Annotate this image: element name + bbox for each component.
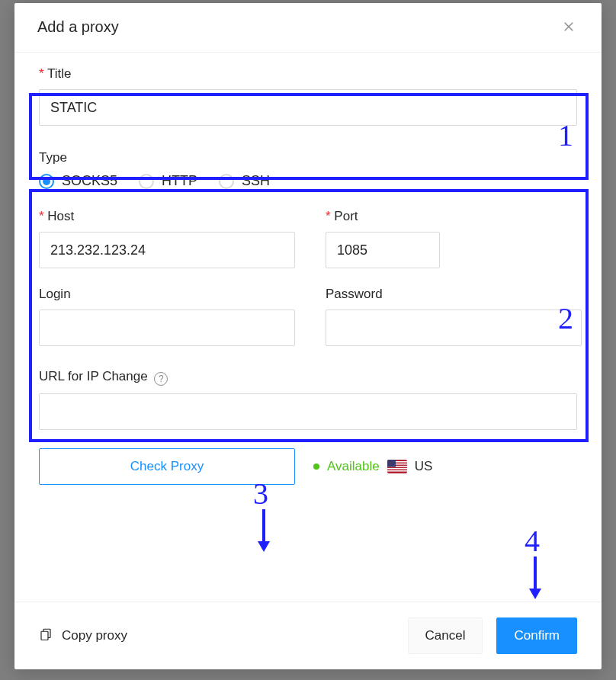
radio-label: SOCKS5: [62, 173, 117, 189]
type-radio-row: SOCKS5 HTTP SSH: [39, 173, 577, 189]
port-input[interactable]: [326, 232, 440, 268]
close-icon: [562, 20, 576, 34]
flag-us-icon: [387, 460, 407, 473]
host-label: Host: [39, 209, 295, 224]
login-group: Login: [39, 287, 295, 346]
url-change-input[interactable]: [39, 393, 577, 430]
copy-icon: [39, 627, 53, 646]
title-group: Title: [39, 66, 577, 126]
url-change-group: URL for IP Change ?: [39, 369, 577, 430]
svg-rect-7: [387, 470, 407, 472]
close-button[interactable]: [559, 17, 579, 37]
radio-http[interactable]: HTTP: [139, 173, 197, 189]
annotation-number-2: 2: [558, 300, 573, 336]
svg-rect-8: [387, 460, 396, 467]
radio-icon: [39, 174, 54, 189]
url-change-label-text: URL for IP Change: [39, 369, 148, 383]
status-dot-icon: [313, 463, 319, 470]
host-input[interactable]: [39, 232, 295, 268]
copy-proxy-button[interactable]: Copy proxy: [39, 627, 127, 646]
status-text: Available: [327, 459, 380, 474]
annotation-number-3: 3: [253, 476, 268, 512]
modal-header: Add a proxy: [14, 3, 602, 53]
modal-footer: Copy proxy Cancel Confirm: [14, 601, 602, 669]
proxy-status: Available US: [313, 459, 432, 474]
copy-proxy-label: Copy proxy: [62, 628, 127, 643]
svg-rect-6: [387, 468, 407, 470]
radio-icon: [219, 174, 234, 189]
annotation-number-4: 4: [525, 523, 540, 559]
title-input[interactable]: [39, 89, 577, 126]
help-icon[interactable]: ?: [154, 372, 168, 386]
annotation-number-1: 1: [558, 117, 573, 153]
radio-icon: [139, 174, 154, 189]
login-input[interactable]: [39, 310, 295, 346]
check-row: Check Proxy Available US: [39, 448, 577, 485]
url-change-label: URL for IP Change ?: [39, 369, 577, 386]
password-group: Password: [326, 287, 582, 346]
title-label: Title: [39, 66, 577, 82]
host-group: Host: [39, 209, 295, 268]
host-port-row: Host Port: [39, 209, 577, 268]
port-label: Port: [326, 209, 440, 224]
radio-ssh[interactable]: SSH: [219, 173, 270, 189]
confirm-button[interactable]: Confirm: [496, 617, 577, 654]
port-group: Port: [326, 209, 440, 268]
modal-title: Add a proxy: [37, 18, 119, 36]
radio-label: SSH: [242, 173, 270, 189]
login-password-row: Login Password: [39, 287, 577, 346]
password-input[interactable]: [326, 310, 582, 346]
login-label: Login: [39, 287, 295, 302]
status-country: US: [415, 459, 433, 474]
radio-label: HTTP: [162, 173, 197, 189]
type-group: Type SOCKS5 HTTP SSH: [39, 150, 577, 189]
cancel-button[interactable]: Cancel: [408, 617, 483, 654]
svg-rect-10: [41, 631, 48, 640]
type-label: Type: [39, 150, 577, 165]
modal-body: Title Type SOCKS5 HTTP SSH: [14, 53, 602, 601]
footer-buttons: Cancel Confirm: [408, 617, 577, 654]
radio-socks5[interactable]: SOCKS5: [39, 173, 117, 189]
add-proxy-modal: Add a proxy Title Type SOCKS5 HTTP: [14, 3, 602, 669]
password-label: Password: [326, 287, 582, 302]
